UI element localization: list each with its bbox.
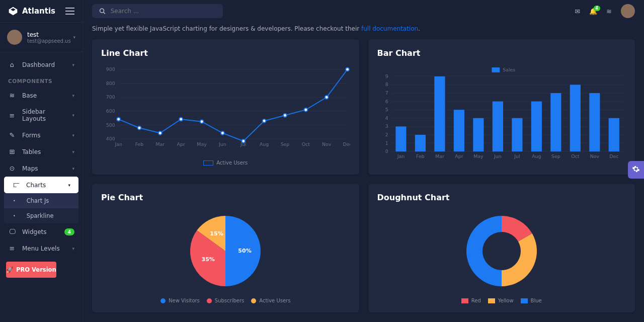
sidebar-item-menulevels[interactable]: ≡ Menu Levels ▾ bbox=[0, 240, 83, 257]
gear-icon bbox=[632, 165, 640, 173]
svg-text:8: 8 bbox=[385, 82, 388, 87]
svg-point-29 bbox=[200, 120, 204, 123]
pro-label: PRO Version bbox=[16, 266, 56, 273]
sidebar-item-forms[interactable]: ✎ Forms ▾ bbox=[0, 127, 83, 143]
svg-rect-81 bbox=[492, 67, 500, 72]
pie-chart-card: Pie Chart 50%35%15% New VisitorsSubscrib… bbox=[92, 184, 359, 312]
notification-badge: 4 bbox=[594, 6, 601, 11]
svg-text:Oct: Oct bbox=[302, 141, 310, 147]
svg-text:6: 6 bbox=[385, 99, 388, 104]
pie-chart: 50%35%15% bbox=[160, 208, 291, 294]
svg-text:400: 400 bbox=[106, 136, 115, 141]
line-chart: 400500600700800900JanFebMarAprMayJunJulA… bbox=[101, 64, 350, 154]
svg-text:Apr: Apr bbox=[177, 141, 185, 147]
legend-item: Active Users bbox=[251, 298, 290, 303]
svg-text:0: 0 bbox=[385, 148, 388, 154]
card-title: Doughnut Chart bbox=[377, 193, 626, 202]
pro-version-button[interactable]: 🚀 PRO Version bbox=[6, 262, 56, 278]
svg-point-34 bbox=[304, 108, 307, 112]
search-box[interactable] bbox=[92, 4, 223, 18]
svg-text:800: 800 bbox=[106, 80, 115, 86]
chevron-down-icon: ▾ bbox=[72, 133, 74, 138]
svg-text:Nov: Nov bbox=[590, 153, 599, 159]
user-email: test@appseed.us bbox=[27, 38, 68, 44]
svg-rect-69 bbox=[512, 118, 522, 151]
legend-label: Active Users bbox=[216, 160, 248, 166]
sidebar-item-tables[interactable]: ⊞ Tables ▾ bbox=[0, 143, 83, 160]
svg-text:900: 900 bbox=[106, 66, 115, 72]
mail-icon[interactable]: ✉ bbox=[575, 8, 580, 15]
brand-bar: Atlantis bbox=[0, 0, 83, 23]
user-name: test bbox=[27, 31, 68, 38]
sidebar-item-label: Sparkline bbox=[27, 212, 69, 219]
sidebar-item-widgets[interactable]: 🖵 Widgets 4 bbox=[0, 223, 83, 240]
chevron-down-icon: ▾ bbox=[72, 246, 74, 251]
svg-point-33 bbox=[283, 114, 287, 117]
svg-rect-79 bbox=[608, 118, 619, 151]
search-input[interactable] bbox=[111, 8, 216, 15]
layers-icon[interactable]: ≋ bbox=[606, 8, 612, 15]
svg-text:Jul: Jul bbox=[514, 153, 520, 159]
svg-text:3: 3 bbox=[385, 123, 388, 129]
svg-text:50%: 50% bbox=[238, 248, 252, 254]
chevron-down-icon: ▾ bbox=[72, 62, 74, 67]
logo-icon bbox=[8, 6, 18, 16]
avatar[interactable] bbox=[621, 4, 635, 18]
svg-text:Dec: Dec bbox=[343, 141, 350, 147]
line-chart-card: Line Chart 400500600700800900JanFebMarAp… bbox=[92, 39, 359, 175]
svg-text:Jan: Jan bbox=[114, 141, 122, 147]
search-icon bbox=[99, 8, 106, 15]
svg-text:7: 7 bbox=[385, 90, 388, 96]
sidebar-item-maps[interactable]: ⊙ Maps ▾ bbox=[0, 160, 83, 177]
svg-text:9: 9 bbox=[385, 73, 388, 79]
sidebar-item-base[interactable]: ≋ Base ▾ bbox=[0, 87, 83, 104]
docs-link[interactable]: full documentation bbox=[361, 25, 418, 32]
layers-icon: ≋ bbox=[8, 92, 16, 99]
topbar: ✉ 🔔4 ≋ bbox=[83, 0, 644, 22]
svg-point-31 bbox=[242, 139, 245, 143]
menu-toggle-icon[interactable] bbox=[65, 8, 74, 15]
svg-text:2: 2 bbox=[385, 132, 388, 137]
card-title: Line Chart bbox=[101, 48, 350, 58]
sidebar-item-dashboard[interactable]: ⌂ Dashboard ▾ bbox=[0, 56, 83, 73]
svg-text:May: May bbox=[197, 141, 207, 147]
bell-icon[interactable]: 🔔4 bbox=[589, 8, 597, 15]
svg-text:5: 5 bbox=[385, 107, 388, 112]
card-title: Bar Chart bbox=[377, 48, 626, 58]
sidebar-item-label: Forms bbox=[22, 132, 66, 139]
desktop-icon: 🖵 bbox=[8, 228, 16, 235]
svg-point-26 bbox=[138, 126, 141, 130]
doughnut-chart-card: Doughnut Chart RedYellowBlue bbox=[368, 184, 635, 312]
svg-point-36 bbox=[346, 67, 349, 71]
svg-text:Aug: Aug bbox=[260, 141, 269, 147]
sidebar-item-label: Dashboard bbox=[22, 61, 66, 68]
svg-text:Sales: Sales bbox=[503, 67, 515, 72]
page-subtitle: Simple yet flexible JavaScript charting … bbox=[92, 25, 635, 32]
svg-text:1: 1 bbox=[385, 140, 388, 146]
sidebar-subitem-sparkline[interactable]: Sparkline bbox=[4, 208, 78, 223]
svg-rect-61 bbox=[434, 76, 445, 151]
settings-button[interactable] bbox=[628, 161, 644, 179]
user-block[interactable]: test test@appseed.us ▾ bbox=[0, 23, 83, 52]
subtitle-text: Simple yet flexible JavaScript charting … bbox=[92, 25, 361, 32]
chevron-down-icon: ▾ bbox=[72, 93, 74, 98]
legend-item: New Visitors bbox=[160, 298, 200, 303]
svg-text:Apr: Apr bbox=[455, 153, 463, 159]
brand-text: Atlantis bbox=[22, 7, 55, 16]
nav: ⌂ Dashboard ▾ COMPONENTS ≋ Base ▾ ≡ Side… bbox=[0, 52, 83, 322]
svg-point-25 bbox=[117, 118, 120, 121]
svg-text:Sep: Sep bbox=[281, 141, 290, 147]
sidebar-item-label: Menu Levels bbox=[22, 245, 66, 252]
sidebar-item-label: Chart Js bbox=[27, 197, 69, 204]
brand-link[interactable]: Atlantis bbox=[8, 6, 55, 16]
svg-rect-77 bbox=[589, 93, 600, 151]
svg-rect-75 bbox=[570, 85, 580, 151]
chevron-down-icon: ▾ bbox=[68, 183, 70, 188]
sidebar-item-charts[interactable]: ⫍ Charts ▾ bbox=[4, 177, 78, 193]
rocket-icon: 🚀 bbox=[6, 266, 13, 273]
svg-text:Aug: Aug bbox=[532, 153, 541, 159]
sidebar-subitem-chartjs[interactable]: Chart Js bbox=[4, 193, 78, 208]
legend-item: Red bbox=[461, 298, 481, 303]
sidebar-item-layouts[interactable]: ≡ Sidebar Layouts ▾ bbox=[0, 104, 83, 127]
chevron-down-icon: ▾ bbox=[73, 35, 75, 40]
